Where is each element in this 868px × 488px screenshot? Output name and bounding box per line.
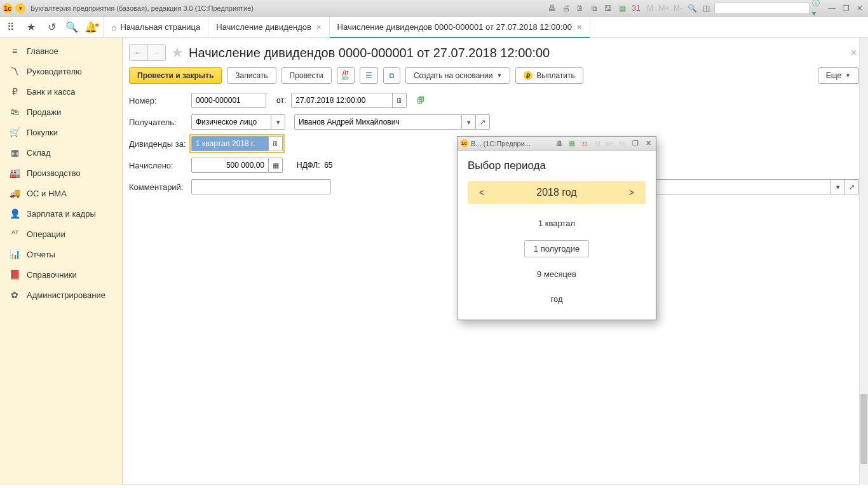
- recipient-name-input[interactable]: [294, 114, 462, 130]
- open-icon[interactable]: ↗: [845, 179, 859, 194]
- post-button[interactable]: Провести: [281, 67, 332, 84]
- doc-icon[interactable]: 🗎: [574, 3, 586, 14]
- more-button[interactable]: Еще▼: [818, 67, 859, 84]
- popup-mminus-icon[interactable]: M-: [618, 139, 628, 149]
- chart-icon: 〽: [9, 66, 20, 76]
- calendar-icon[interactable]: 31: [630, 3, 642, 14]
- accrued-input[interactable]: [191, 158, 269, 173]
- panels-icon[interactable]: ◫: [700, 3, 712, 14]
- comment-label: Комментарий:: [129, 182, 186, 192]
- tab-dividends-doc[interactable]: Начисление дивидендов 0000-000001 от 27.…: [330, 17, 590, 37]
- titlebar-search[interactable]: [714, 3, 810, 14]
- sidebar-item-main[interactable]: ≡Главное: [0, 41, 122, 61]
- post-and-close-button[interactable]: Провести и закрыть: [129, 67, 222, 84]
- sidebar-item-manager[interactable]: 〽Руководителю: [0, 61, 122, 81]
- dropdown-icon[interactable]: ▾: [462, 114, 476, 130]
- calc-icon[interactable]: ▦: [269, 158, 283, 173]
- popup-m-icon[interactable]: M: [592, 139, 602, 149]
- nav-buttons: ← →: [129, 44, 166, 61]
- number-input[interactable]: [191, 93, 266, 108]
- sidebar-item-reports[interactable]: 📊Отчеты: [0, 244, 122, 264]
- bag-icon: 🛍: [9, 107, 20, 117]
- compare-icon[interactable]: ⧉: [588, 3, 600, 14]
- page-close-icon[interactable]: ×: [848, 44, 859, 61]
- dtkt-button[interactable]: ДтКт: [337, 67, 355, 84]
- date-input[interactable]: [291, 93, 393, 108]
- recipient-type-input[interactable]: [191, 114, 271, 130]
- period-option-9m[interactable]: 9 месяцев: [528, 266, 585, 282]
- printer-icon[interactable]: 🖨: [560, 3, 572, 14]
- relations-button[interactable]: ⧉: [383, 67, 400, 84]
- comment-input[interactable]: [191, 179, 331, 194]
- period-input[interactable]: [191, 136, 269, 151]
- year-selector: < 2018 год >: [468, 181, 646, 204]
- sidebar-item-sales[interactable]: 🛍Продажи: [0, 102, 122, 122]
- period-picker-icon[interactable]: 🗓: [269, 136, 283, 151]
- menu-icon: ≡: [9, 46, 20, 56]
- m-icon[interactable]: M: [644, 3, 656, 14]
- ndfl-label: НДФЛ: 65: [297, 161, 333, 170]
- open-icon[interactable]: ↗: [476, 114, 490, 130]
- sidebar-item-purchases[interactable]: 🛒Покупки: [0, 122, 122, 142]
- app-menu-icon[interactable]: [15, 3, 25, 13]
- scroll-thumb[interactable]: [860, 394, 867, 464]
- vertical-scrollbar[interactable]: [859, 38, 868, 484]
- tab-home[interactable]: ⌂ Начальная страница: [104, 17, 208, 37]
- popup-mplus-icon[interactable]: M+: [605, 139, 615, 149]
- nav-back-button[interactable]: ←: [130, 45, 147, 60]
- sidebar-item-admin[interactable]: ✿Администрирование: [0, 285, 122, 305]
- favorite-star-icon[interactable]: ★: [171, 44, 184, 61]
- pay-button[interactable]: ₽Выплатить: [515, 67, 583, 84]
- sidebar-item-warehouse[interactable]: ▦Склад: [0, 142, 122, 163]
- tab-close-icon[interactable]: ×: [316, 22, 322, 32]
- status-ok-icon[interactable]: 🗐: [417, 96, 424, 105]
- save-button[interactable]: Записать: [227, 67, 276, 84]
- popup-calc-icon[interactable]: ▦: [567, 139, 577, 149]
- nav-forward-button[interactable]: →: [147, 45, 165, 60]
- print-icon[interactable]: 🖶: [546, 3, 558, 14]
- sidebar-item-production[interactable]: 🏭Производство: [0, 163, 122, 183]
- sidebar-item-assets[interactable]: 🚚ОС и НМА: [0, 183, 122, 203]
- sidebar-item-catalogs[interactable]: 📕Справочники: [0, 264, 122, 285]
- restore-icon[interactable]: ❐: [840, 3, 851, 14]
- period-option-year[interactable]: год: [542, 291, 572, 307]
- popup-close-icon[interactable]: ✕: [643, 139, 653, 149]
- sidebar-item-bank[interactable]: ₽Банк и касса: [0, 81, 122, 102]
- close-icon[interactable]: ✕: [854, 3, 865, 14]
- popup-restore-icon[interactable]: ❐: [630, 139, 641, 149]
- history-icon[interactable]: ↺: [46, 22, 57, 33]
- dropdown-icon[interactable]: ▾: [831, 179, 845, 194]
- year-label: 2018 год: [536, 187, 576, 198]
- dtkt-icon: ᴬᵀ: [9, 229, 20, 239]
- period-option-q1[interactable]: 1 квартал: [529, 215, 584, 231]
- app-icon: 1c: [3, 3, 13, 13]
- popup-calendar-icon[interactable]: 31: [580, 139, 590, 149]
- star-icon[interactable]: ★: [25, 22, 37, 33]
- year-next-button[interactable]: >: [629, 187, 634, 198]
- sidebar-item-hr[interactable]: 👤Зарплата и кадры: [0, 203, 122, 224]
- dropdown-icon[interactable]: ▾: [271, 114, 285, 130]
- structure-button[interactable]: ☰: [360, 67, 378, 84]
- page-title: Начисление дивидендов 0000-000001 от 27.…: [189, 46, 550, 60]
- period-option-half1[interactable]: 1 полугодие: [524, 240, 589, 257]
- sidebar-item-operations[interactable]: ᴬᵀОперации: [0, 224, 122, 244]
- app-icon: 1c: [460, 139, 468, 147]
- popup-print-icon[interactable]: 🖶: [554, 139, 564, 149]
- tab-close-icon[interactable]: ×: [577, 22, 582, 32]
- person-icon: 👤: [9, 208, 20, 219]
- help-icon[interactable]: ⓘ ▾: [812, 3, 824, 14]
- bell-icon[interactable]: 🔔: [86, 22, 98, 33]
- year-prev-button[interactable]: <: [479, 187, 484, 198]
- date-picker-icon[interactable]: 🗓: [393, 93, 407, 108]
- search-icon[interactable]: 🔍: [66, 22, 78, 33]
- period-label: Дивиденды за:: [129, 139, 186, 149]
- apps-icon[interactable]: ⠿: [5, 22, 17, 33]
- tab-dividends-list[interactable]: Начисление дивидендов ×: [208, 17, 329, 37]
- minimize-icon[interactable]: —: [826, 3, 837, 14]
- save-disk-icon[interactable]: 🖫: [602, 3, 614, 14]
- mplus-icon[interactable]: M+: [658, 3, 670, 14]
- zoom-icon[interactable]: 🔍: [686, 3, 698, 14]
- create-based-button[interactable]: Создать на основании▼: [405, 67, 510, 84]
- mminus-icon[interactable]: M-: [672, 3, 684, 14]
- calc-icon[interactable]: ▦: [616, 3, 628, 14]
